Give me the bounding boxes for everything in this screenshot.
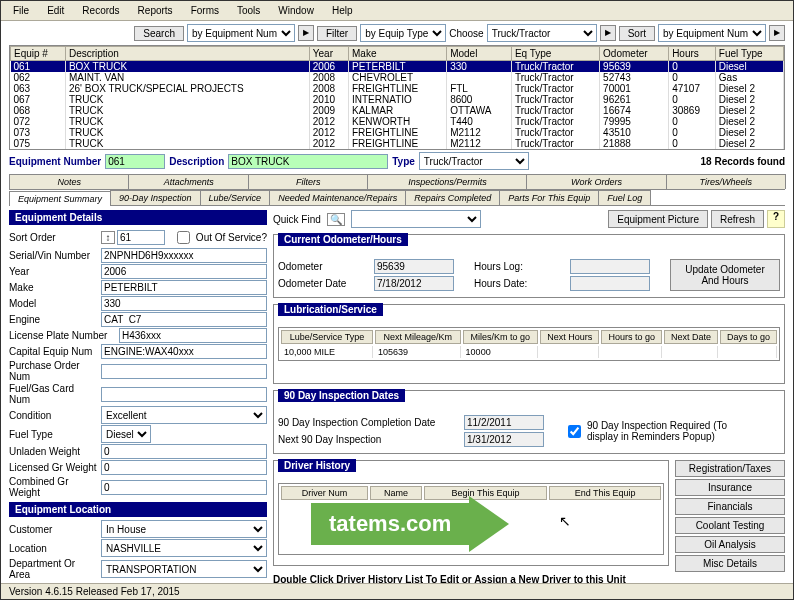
tab-filters[interactable]: Filters <box>248 174 368 189</box>
tab-needed-maint[interactable]: Needed Maintenance/Repairs <box>269 190 406 205</box>
unladen-field[interactable] <box>101 444 267 459</box>
side-buttons: Registration/Taxes Insurance Financials … <box>675 460 785 572</box>
customer-select[interactable]: In House <box>101 520 267 538</box>
table-row[interactable]: 061BOX TRUCK2006PETERBILT330Truck/Tracto… <box>11 61 784 73</box>
table-row[interactable]: 06326' BOX TRUCK/SPECIAL PROJECTS2008FRE… <box>11 83 784 94</box>
menu-reports[interactable]: Reports <box>130 3 181 18</box>
filter-button[interactable]: Filter <box>317 26 357 41</box>
refresh-button[interactable]: Refresh <box>711 210 764 228</box>
filter-go-icon[interactable]: ▶ <box>600 25 616 41</box>
update-odometer-button[interactable]: Update Odometer And Hours <box>670 259 780 291</box>
search-by-select[interactable]: by Equipment Num <box>187 24 295 42</box>
misc-button[interactable]: Misc Details <box>675 555 785 572</box>
quickfind-select[interactable] <box>351 210 481 228</box>
table-row[interactable]: 075TRUCK2012FREIGHTLINEM2112Truck/Tracto… <box>11 138 784 149</box>
oil-button[interactable]: Oil Analysis <box>675 536 785 553</box>
equip-num-field[interactable] <box>105 154 165 169</box>
tab-notes[interactable]: Notes <box>9 174 129 189</box>
search-button[interactable]: Search <box>134 26 184 41</box>
sort-button[interactable]: Sort <box>619 26 655 41</box>
sort-order-field[interactable] <box>117 230 165 245</box>
filter-by-select[interactable]: by Equip Type <box>360 24 446 42</box>
menu-help[interactable]: Help <box>324 3 361 18</box>
table-row[interactable]: 062MAINT. VAN2008CHEVROLETTruck/Tractor5… <box>11 72 784 83</box>
description-field[interactable] <box>228 154 388 169</box>
licgr-label: Licensed Gr Weight <box>9 462 101 473</box>
menu-window[interactable]: Window <box>270 3 322 18</box>
table-row[interactable]: 10,000 MILE10563910000 <box>281 346 777 358</box>
equipment-grid[interactable]: Equip #DescriptionYearMakeModelEq TypeOd… <box>9 45 785 150</box>
tab-repairs-completed[interactable]: Repairs Completed <box>405 190 500 205</box>
tab-parts[interactable]: Parts For This Equip <box>499 190 599 205</box>
search-icon[interactable]: 🔍 <box>327 213 345 226</box>
po-field[interactable] <box>101 364 267 379</box>
make-field[interactable] <box>101 280 267 295</box>
fueltype-select[interactable]: Diesel <box>101 425 151 443</box>
equip-num-label: Equipment Number <box>9 156 101 167</box>
menu-file[interactable]: File <box>5 3 37 18</box>
equipment-picture-button[interactable]: Equipment Picture <box>608 210 708 228</box>
menu-edit[interactable]: Edit <box>39 3 72 18</box>
search-go-icon[interactable]: ▶ <box>298 25 314 41</box>
lube-grid[interactable]: Lube/Service TypeNext Mileage/KmMiles/Km… <box>278 327 780 361</box>
year-field[interactable] <box>101 264 267 279</box>
equipment-location-header: Equipment Location <box>9 502 267 517</box>
ninety-next-field[interactable] <box>464 432 544 447</box>
ninety-next-label: Next 90 Day Inspection <box>278 434 458 445</box>
capequip-field[interactable] <box>101 344 267 359</box>
licgr-field[interactable] <box>101 460 267 475</box>
col-header[interactable]: Equip # <box>11 47 66 61</box>
table-row[interactable]: 072TRUCK2012KENWORTHT440Truck/Tractor799… <box>11 116 784 127</box>
condition-select[interactable]: Excellent <box>101 406 267 424</box>
menu-forms[interactable]: Forms <box>183 3 227 18</box>
table-row[interactable]: 067TRUCK2010INTERNATIO8600Truck/Tractor9… <box>11 94 784 105</box>
col-header[interactable]: Model <box>447 47 512 61</box>
col-header[interactable]: Year <box>309 47 348 61</box>
col-header[interactable]: Make <box>349 47 447 61</box>
location-select[interactable]: NASHVILLE <box>101 539 267 557</box>
table-row[interactable]: 068TRUCK2009KALMAROTTAWATruck/Tractor166… <box>11 105 784 116</box>
model-field[interactable] <box>101 296 267 311</box>
tab-equipment-summary[interactable]: Equipment Summary <box>9 191 111 206</box>
sort-go-icon[interactable]: ▶ <box>769 25 785 41</box>
tab-fuel-log[interactable]: Fuel Log <box>598 190 651 205</box>
customer-label: Customer <box>9 524 101 535</box>
out-of-service-checkbox[interactable] <box>177 231 190 244</box>
type-label: Type <box>392 156 415 167</box>
financials-button[interactable]: Financials <box>675 498 785 515</box>
sort-by-select[interactable]: by Equipment Num <box>658 24 766 42</box>
vin-field[interactable] <box>101 248 267 263</box>
choose-select[interactable]: Truck/Tractor <box>487 24 597 42</box>
col-header[interactable]: Description <box>65 47 309 61</box>
ninety-required-checkbox[interactable] <box>568 425 581 438</box>
col-header[interactable]: Fuel Type <box>715 47 783 61</box>
table-row[interactable]: 073TRUCK2012FREIGHTLINEM2112Truck/Tracto… <box>11 127 784 138</box>
type-select[interactable]: Truck/Tractor <box>419 152 529 170</box>
coolant-button[interactable]: Coolant Testing <box>675 517 785 534</box>
tab-lube[interactable]: Lube/Service <box>200 190 271 205</box>
col-header[interactable]: Eq Type <box>511 47 599 61</box>
plate-label: License Plate Number <box>9 330 119 341</box>
tab-workorders[interactable]: Work Orders <box>526 174 666 189</box>
department-select[interactable]: TRANSPORTATION <box>101 560 267 578</box>
engine-field[interactable] <box>101 312 267 327</box>
department-label: Department Or Area <box>9 558 101 580</box>
insurance-button[interactable]: Insurance <box>675 479 785 496</box>
tab-inspections[interactable]: Inspections/Permits <box>367 174 527 189</box>
col-header[interactable]: Hours <box>669 47 716 61</box>
fuelcard-field[interactable] <box>101 387 267 402</box>
tab-90day[interactable]: 90-Day Inspection <box>110 190 201 205</box>
tab-tires[interactable]: Tires/Wheels <box>666 174 786 189</box>
menu-records[interactable]: Records <box>74 3 127 18</box>
equipment-details-header: Equipment Details <box>9 210 267 225</box>
ninety-comp-field[interactable] <box>464 415 544 430</box>
tab-attachments[interactable]: Attachments <box>128 174 248 189</box>
combgr-field[interactable] <box>101 480 267 495</box>
col-header[interactable]: Odometer <box>600 47 669 61</box>
help-icon[interactable]: ? <box>767 210 785 228</box>
year-label: Year <box>9 266 101 277</box>
plate-field[interactable] <box>119 328 267 343</box>
menu-tools[interactable]: Tools <box>229 3 268 18</box>
registration-button[interactable]: Registration/Taxes <box>675 460 785 477</box>
sort-spinner-icon[interactable]: ↕ <box>101 231 115 244</box>
